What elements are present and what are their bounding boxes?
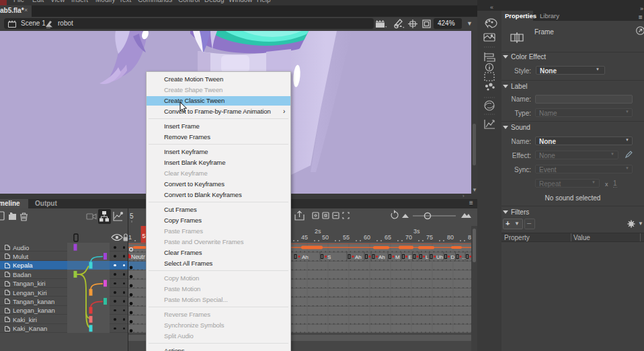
svg-text:70: 70	[405, 234, 412, 241]
svg-text:Uh: Uh	[436, 254, 443, 260]
svg-text:80: 80	[447, 234, 454, 241]
svg-text:...: ...	[462, 254, 467, 260]
svg-text:50: 50	[322, 234, 329, 241]
svg-text:D: D	[451, 254, 455, 260]
svg-text:Ah: Ah	[355, 254, 362, 260]
svg-text:Ah: Ah	[378, 254, 385, 260]
svg-text:3s: 3s	[413, 228, 420, 235]
svg-text:2s: 2s	[315, 228, 321, 235]
svg-text:75: 75	[426, 234, 433, 241]
svg-text:1: 1	[128, 234, 132, 241]
svg-text:45: 45	[301, 234, 308, 241]
svg-text:65: 65	[385, 234, 391, 241]
svg-text:M: M	[395, 254, 400, 260]
svg-text:5: 5	[143, 233, 146, 239]
svg-text:S: S	[327, 254, 331, 260]
svg-text:L: L	[426, 254, 429, 260]
svg-text:E: E	[409, 254, 412, 260]
svg-text:Neutr: Neutr	[131, 254, 145, 260]
svg-text:60: 60	[364, 234, 370, 241]
svg-text:Ah: Ah	[302, 254, 309, 260]
svg-text:55: 55	[343, 234, 350, 241]
svg-text:5: 5	[130, 212, 134, 220]
